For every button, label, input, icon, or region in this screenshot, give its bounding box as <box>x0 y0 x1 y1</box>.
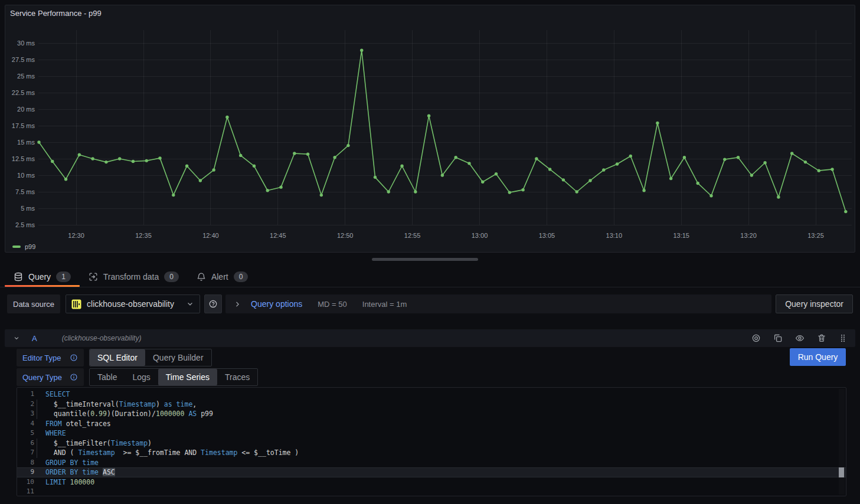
query-type-option-time-series[interactable]: Time Series <box>158 369 217 385</box>
query-options-bar: Query options MD = 50 Interval = 1m <box>225 294 771 313</box>
line-number: 10 <box>17 477 34 487</box>
chevron-down-icon <box>186 300 194 308</box>
datasource-toolbar: Data source clickhouse-observability <box>7 294 853 313</box>
svg-text:22.5 ms: 22.5 ms <box>12 89 35 96</box>
info-circle-icon[interactable] <box>70 354 78 362</box>
drag-handle-icon[interactable] <box>839 333 847 343</box>
svg-text:30 ms: 30 ms <box>17 40 35 47</box>
svg-text:10 ms: 10 ms <box>17 172 35 179</box>
code-lines: 1SELECT2 $__timeInterval(Timestamp) as t… <box>17 390 846 496</box>
question-circle-icon <box>208 299 218 309</box>
editor-type-radio-group: SQL Editor Query Builder <box>89 349 212 366</box>
line-number: 7 <box>17 448 34 458</box>
line-content: LIMIT 100000 <box>34 477 846 487</box>
svg-text:12:35: 12:35 <box>135 232 152 239</box>
tab-query[interactable]: Query 1 <box>5 267 80 287</box>
svg-text:25 ms: 25 ms <box>17 73 35 80</box>
code-line-9: 9ORDER BY time ASC <box>17 467 846 477</box>
timeseries-panel: Service Performance - p99 2.5 ms5 ms7.5 … <box>5 5 855 253</box>
svg-text:17.5 ms: 17.5 ms <box>12 122 35 129</box>
tab-transform-label: Transform data <box>103 272 159 282</box>
query-type-option-traces[interactable]: Traces <box>217 369 257 385</box>
info-circle-icon[interactable] <box>70 373 78 381</box>
svg-text:12:55: 12:55 <box>404 232 421 239</box>
code-line-4: 4FROM otel_traces <box>17 419 846 429</box>
svg-text:12:40: 12:40 <box>202 232 219 239</box>
line-content: $__timeInterval(Timestamp) as time, <box>34 400 846 410</box>
legend-series-label[interactable]: p99 <box>25 243 35 250</box>
svg-text:7.5 ms: 7.5 ms <box>15 188 35 195</box>
line-number: 2 <box>17 400 34 410</box>
query-row-header: A (clickhouse-observability) <box>5 329 855 347</box>
editor-type-option-sql-editor[interactable]: SQL Editor <box>90 349 145 366</box>
tab-query-badge: 1 <box>56 271 71 282</box>
svg-text:13:25: 13:25 <box>807 232 824 239</box>
collapse-chevron-icon[interactable] <box>13 335 20 342</box>
line-number: 9 <box>17 467 34 477</box>
line-content: ORDER BY time ASC <box>34 467 846 477</box>
line-content: GROUP BY time <box>34 458 846 468</box>
svg-text:12:50: 12:50 <box>337 232 354 239</box>
svg-text:12.5 ms: 12.5 ms <box>12 155 35 162</box>
transform-icon <box>89 272 98 282</box>
editor-type-label: Editor Type <box>17 349 84 366</box>
tab-alert[interactable]: Alert 0 <box>188 267 257 287</box>
duplicate-query-icon[interactable] <box>773 333 783 343</box>
code-line-8: 8GROUP BY time <box>17 458 846 468</box>
chevron-right-icon[interactable] <box>234 300 241 308</box>
run-query-button[interactable]: Run Query <box>790 348 846 366</box>
editor-type-row: Editor Type SQL Editor Query Builder <box>17 349 212 366</box>
database-icon <box>14 272 23 282</box>
datasource-label: Data source <box>7 294 60 313</box>
query-inspector-button[interactable]: Query inspector <box>776 294 853 313</box>
bell-icon <box>197 272 206 282</box>
svg-text:13:10: 13:10 <box>606 232 623 239</box>
panel-title: Service Performance - p99 <box>10 9 102 18</box>
horizontal-scrollbar-thumb[interactable] <box>372 258 478 261</box>
line-content: FROM otel_traces <box>34 419 846 429</box>
timeseries-chart[interactable]: 2.5 ms5 ms7.5 ms10 ms12.5 ms15 ms17.5 ms… <box>5 5 855 252</box>
svg-text:12:45: 12:45 <box>270 232 286 239</box>
code-line-11: 11 <box>17 487 846 496</box>
query-type-label: Query Type <box>17 368 84 386</box>
tab-query-label: Query <box>28 272 51 282</box>
datasource-help-button[interactable] <box>204 294 222 313</box>
query-type-option-table[interactable]: Table <box>90 369 125 385</box>
query-ref-id[interactable]: A <box>32 334 37 343</box>
editor-scrollbar-track[interactable] <box>839 389 845 495</box>
line-content <box>34 487 846 496</box>
hide-response-eye-icon[interactable] <box>795 333 805 343</box>
line-number: 3 <box>17 409 34 419</box>
line-number: 1 <box>17 390 34 400</box>
delete-query-trash-icon[interactable] <box>817 333 826 343</box>
line-number: 4 <box>17 419 34 429</box>
svg-text:5 ms: 5 ms <box>21 205 35 212</box>
chart-axis-labels: 2.5 ms5 ms7.5 ms10 ms12.5 ms15 ms17.5 ms… <box>12 40 824 239</box>
query-row-actions <box>751 333 847 343</box>
editor-tabs: Query 1 Transform data 0 Alert 0 <box>0 267 860 287</box>
line-content: AND ( Timestamp >= $__fromTime AND Times… <box>34 448 846 458</box>
legend: p99 <box>12 243 35 250</box>
disable-query-icon[interactable] <box>751 333 761 343</box>
line-content: quantile(0.99)(Duration)/1000000 AS p99 <box>34 409 846 419</box>
tab-transform-data[interactable]: Transform data 0 <box>80 267 188 287</box>
datasource-picker[interactable]: clickhouse-observability <box>66 294 200 313</box>
series-line-p99 <box>39 50 846 211</box>
query-type-option-logs[interactable]: Logs <box>125 369 158 385</box>
svg-text:2.5 ms: 2.5 ms <box>15 221 35 228</box>
line-content: $__timeFilter(Timestamp) <box>34 438 846 449</box>
sql-code-editor[interactable]: 1SELECT2 $__timeInterval(Timestamp) as t… <box>17 387 846 496</box>
legend-series-swatch <box>12 246 21 248</box>
svg-text:20 ms: 20 ms <box>17 106 35 113</box>
interval-value: Interval = 1m <box>362 300 407 309</box>
tab-alert-badge: 0 <box>234 271 248 282</box>
query-options-toggle[interactable]: Query options <box>251 299 302 309</box>
editor-cursor-decoration <box>839 467 844 477</box>
code-line-6: 6 $__timeFilter(Timestamp) <box>17 438 846 449</box>
editor-type-option-query-builder[interactable]: Query Builder <box>145 349 211 366</box>
code-line-3: 3 quantile(0.99)(Duration)/1000000 AS p9… <box>17 409 846 419</box>
chart-gridlines <box>38 30 852 225</box>
max-data-points-value: MD = 50 <box>318 300 347 309</box>
line-number: 8 <box>17 458 34 468</box>
svg-text:13:15: 13:15 <box>673 232 689 239</box>
